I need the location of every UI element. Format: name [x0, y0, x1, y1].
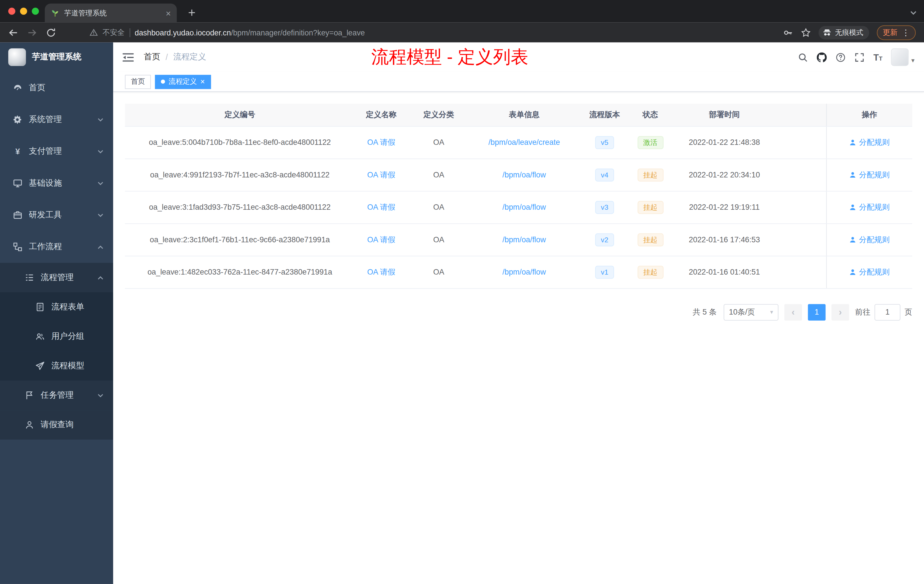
briefcase-icon	[13, 210, 22, 220]
sidebar-logo[interactable]: 芋道管理系统	[0, 43, 113, 72]
cell-deploy-time: 2022-01-22 19:19:11	[670, 191, 826, 223]
assign-rule-button[interactable]: 分配规则	[849, 170, 890, 180]
browser-tab[interactable]: 芋道管理系统 ×	[45, 3, 177, 22]
bookmark-star-icon[interactable]	[801, 27, 811, 38]
back-icon[interactable]	[8, 27, 18, 38]
prev-page-button[interactable]: ‹	[784, 304, 802, 320]
sidebar-item-payment-management[interactable]: ¥ 支付管理	[0, 135, 113, 167]
address-bar[interactable]: 不安全 dashboard.yudao.iocoder.cn/bpm/manag…	[65, 27, 774, 38]
form-link[interactable]: /bpm/oa/leave/create	[488, 138, 560, 147]
form-link[interactable]: /bpm/oa/flow	[503, 235, 546, 244]
assign-rule-button[interactable]: 分配规则	[849, 202, 890, 212]
plus-icon	[188, 8, 195, 16]
content-area: 定义编号 定义名称 定义分类 表单信息 流程版本 状态 部署时间 操作 oa_l	[113, 92, 924, 332]
key-icon[interactable]	[783, 27, 793, 38]
workflow-icon	[13, 242, 22, 252]
help-icon[interactable]	[836, 52, 846, 62]
goto-page-input[interactable]	[874, 304, 901, 320]
form-link[interactable]: /bpm/oa/flow	[503, 267, 546, 276]
security-label[interactable]: 不安全	[102, 27, 125, 38]
window-controls	[8, 8, 39, 15]
definition-name-link[interactable]: OA 请假	[367, 235, 395, 244]
sidebar-item-process-form[interactable]: 流程表单	[0, 292, 113, 322]
column-header-name: 定义名称	[355, 104, 408, 126]
sidebar-toggle-icon[interactable]	[122, 52, 134, 62]
tag-label: 首页	[131, 77, 145, 87]
browser-menu-icon[interactable]: ⋮	[902, 28, 910, 36]
tag-close-icon[interactable]: ×	[200, 78, 205, 86]
sidebar-item-user-group[interactable]: 用户分组	[0, 322, 113, 351]
tag-home[interactable]: 首页	[125, 74, 151, 89]
cell-definition-id: oa_leave:1:482ec033-762a-11ec-8477-a2380…	[125, 256, 355, 288]
user-icon	[849, 236, 856, 243]
page-size-select[interactable]: 10条/页 ▾	[724, 304, 779, 320]
fullscreen-icon[interactable]	[855, 52, 865, 62]
sidebar-item-infrastructure[interactable]: 基础设施	[0, 167, 113, 199]
form-link[interactable]: /bpm/oa/flow	[503, 203, 546, 212]
browser-update-button[interactable]: 更新 ⋮	[877, 25, 916, 40]
table-row: oa_leave:4:991f2193-7b7f-11ec-a3c8-acde4…	[125, 158, 912, 191]
tab-close-icon[interactable]: ×	[166, 8, 171, 17]
new-tab-button[interactable]	[185, 6, 198, 19]
sidebar-item-dev-tools[interactable]: 研发工具	[0, 199, 113, 231]
table-row: oa_leave:5:004b710b-7b8a-11ec-8ef0-acde4…	[125, 126, 912, 158]
url-path: /bpm/manager/definition?key=oa_leave	[231, 28, 365, 37]
reload-icon[interactable]	[46, 27, 56, 38]
sidebar-item-workflow[interactable]: 工作流程	[0, 231, 113, 263]
sidebar-item-label: 流程表单	[51, 302, 84, 312]
tag-process-definition[interactable]: 流程定义 ×	[155, 74, 211, 89]
window-zoom-button[interactable]	[32, 8, 39, 15]
chevron-down-icon	[97, 116, 104, 123]
sidebar-item-process-management[interactable]: 流程管理	[0, 263, 113, 292]
user-icon	[849, 171, 856, 178]
github-icon[interactable]	[817, 52, 827, 62]
sidebar-item-system-management[interactable]: 系统管理	[0, 104, 113, 135]
incognito-icon	[823, 28, 832, 37]
form-link[interactable]: /bpm/oa/flow	[503, 170, 546, 179]
tab-search-button[interactable]	[910, 8, 917, 19]
sidebar-item-leave-query[interactable]: 请假查询	[0, 410, 113, 440]
chevron-down-icon: ▾	[770, 309, 773, 315]
current-page-button[interactable]: 1	[808, 304, 826, 320]
sidebar-item-label: 研发工具	[29, 210, 62, 220]
version-tag: v2	[595, 233, 614, 246]
window-close-button[interactable]	[8, 8, 15, 15]
chevron-down-icon	[97, 212, 104, 218]
top-navbar: 首页 / 流程定义 流程模型 - 定义列表 TT ▾	[113, 43, 924, 72]
tab-favicon-icon	[51, 8, 59, 17]
forward-icon[interactable]	[27, 27, 37, 38]
table-row: oa_leave:3:1fad3d93-7b75-11ec-a3c8-acde4…	[125, 191, 912, 223]
definition-name-link[interactable]: OA 请假	[367, 202, 395, 211]
page-size-value: 10条/页	[729, 307, 755, 317]
goto-label: 前往	[855, 307, 871, 317]
cell-deploy-time: 2022-01-22 21:48:38	[670, 126, 826, 158]
breadcrumb-home[interactable]: 首页	[144, 52, 160, 63]
definition-name-link[interactable]: OA 请假	[367, 267, 395, 276]
page-url[interactable]: dashboard.yudao.iocoder.cn/bpm/manager/d…	[135, 28, 365, 37]
assign-rule-button[interactable]: 分配规则	[849, 137, 890, 148]
browser-toolbar: 不安全 dashboard.yudao.iocoder.cn/bpm/manag…	[0, 22, 924, 42]
users-icon	[35, 332, 45, 341]
assign-rule-button[interactable]: 分配规则	[849, 234, 890, 245]
chevron-down-icon	[97, 180, 104, 186]
font-size-icon[interactable]: TT	[873, 53, 883, 62]
definition-name-link[interactable]: OA 请假	[367, 170, 395, 179]
window-minimize-button[interactable]	[20, 8, 27, 15]
sidebar-item-label: 流程模型	[51, 361, 84, 371]
version-tag: v3	[595, 201, 614, 213]
column-header-form: 表单信息	[470, 104, 579, 126]
sidebar-item-task-management[interactable]: 任务管理	[0, 381, 113, 410]
sidebar-item-home[interactable]: 首页	[0, 72, 113, 104]
next-page-button[interactable]: ›	[832, 304, 849, 320]
definition-name-link[interactable]: OA 请假	[367, 138, 395, 147]
sidebar-item-process-model[interactable]: 流程模型	[0, 351, 113, 381]
assign-rule-button[interactable]: 分配规则	[849, 267, 890, 277]
version-tag: v4	[595, 168, 614, 181]
flag-icon	[25, 391, 34, 400]
sidebar-item-label: 请假查询	[41, 420, 74, 430]
search-icon[interactable]	[798, 52, 808, 62]
goto-page: 前往 页	[855, 304, 912, 320]
sidebar-item-label: 任务管理	[41, 390, 74, 401]
sidebar-item-label: 用户分组	[51, 331, 84, 342]
user-avatar-menu[interactable]: ▾	[891, 48, 914, 66]
